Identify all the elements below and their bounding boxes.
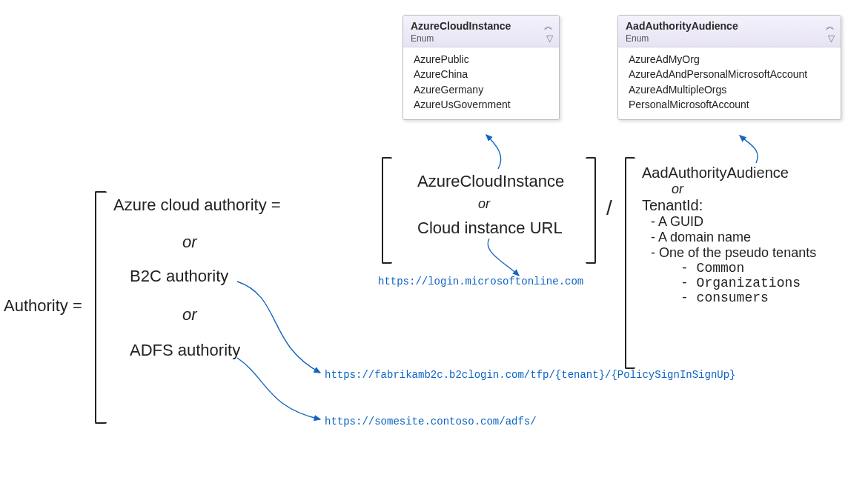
slash-separator: /: [606, 196, 612, 220]
filter-icon[interactable]: ▽: [828, 33, 835, 44]
arrow-to-b2c-url-icon: [237, 282, 320, 373]
enum-subtitle: Enum: [626, 33, 833, 44]
list-item: Common: [680, 261, 864, 276]
enum-value: AzureAdMultipleOrgs: [629, 82, 833, 97]
enum-box-aad-authority-audience: AadAuthorityAudience Enum ︽ ▽ AzureAdMyO…: [617, 15, 841, 120]
enum-title: AzureCloudInstance: [411, 20, 551, 32]
bracket-cloud-open: [382, 157, 392, 264]
bracket-authority-open: [95, 191, 107, 424]
arrow-to-login-url-icon: [488, 239, 519, 276]
enum-value: AzurePublic: [414, 52, 551, 67]
collapse-icon[interactable]: ︽: [826, 20, 835, 33]
enum-value: PersonalMicrosoftAccount: [629, 97, 833, 112]
or-label: or: [478, 196, 490, 212]
list-item: Organizations: [680, 276, 864, 290]
arrow-to-enum1-icon: [486, 135, 501, 169]
enum-box-azure-cloud-instance: AzureCloudInstance Enum ︽ ▽ AzurePublic …: [402, 15, 560, 120]
cloud-instance-url-label: Cloud instance URL: [417, 219, 563, 238]
enum-value: AzureGermany: [414, 82, 551, 97]
b2c-authority-label: B2C authority: [130, 267, 228, 286]
list-item: consumers: [680, 290, 864, 305]
or-label: or: [182, 305, 197, 324]
list-item: A GUID: [651, 214, 864, 230]
or-label: or: [672, 182, 864, 197]
pseudo-tenant-list: Common Organizations consumers: [680, 261, 864, 305]
enum-header: AadAuthorityAudience Enum ︽ ▽: [618, 16, 841, 47]
tenant-id-label: TenantId:: [642, 197, 864, 214]
aad-authority-audience-label: AadAuthorityAudience: [642, 164, 864, 182]
or-label: or: [182, 233, 197, 252]
arrow-to-adfs-url-icon: [237, 358, 320, 419]
collapse-icon[interactable]: ︽: [544, 20, 553, 33]
enum-value: AzureChina: [414, 67, 551, 81]
adfs-url-text: https://somesite.contoso.com/adfs/: [325, 416, 537, 427]
azure-cloud-instance-label: AzureCloudInstance: [417, 172, 564, 191]
enum-header: AzureCloudInstance Enum ︽ ▽: [403, 16, 559, 47]
authority-equals-label: Authority =: [4, 296, 82, 316]
filter-icon[interactable]: ▽: [546, 33, 553, 44]
enum-body: AzurePublic AzureChina AzureGermany Azur…: [403, 47, 559, 119]
audience-block: AadAuthorityAudience or TenantId: A GUID…: [642, 164, 864, 305]
enum-title: AadAuthorityAudience: [626, 20, 833, 32]
enum-value: AzureAdAndPersonalMicrosoftAccount: [629, 67, 833, 81]
b2c-url-text: https://fabrikamb2c.b2clogin.com/tfp/{te…: [325, 369, 736, 381]
enum-subtitle: Enum: [411, 33, 551, 44]
enum-body: AzureAdMyOrg AzureAdAndPersonalMicrosoft…: [618, 47, 841, 119]
bracket-audience-open: [625, 157, 635, 369]
azure-cloud-authority-label: Azure cloud authority =: [113, 196, 281, 215]
adfs-authority-label: ADFS authority: [130, 341, 240, 360]
list-item: A domain name: [651, 230, 864, 245]
tenant-id-list: A GUID A domain name One of the pseudo t…: [651, 214, 864, 305]
bracket-cloud-close: [586, 157, 596, 264]
enum-value: AzureAdMyOrg: [629, 52, 833, 67]
arrow-to-enum2-icon: [740, 136, 758, 163]
list-item: One of the pseudo tenants Common Organiz…: [651, 245, 864, 305]
login-url-text: https://login.microsoftonline.com: [378, 276, 583, 287]
enum-value: AzureUsGovernment: [414, 97, 551, 112]
